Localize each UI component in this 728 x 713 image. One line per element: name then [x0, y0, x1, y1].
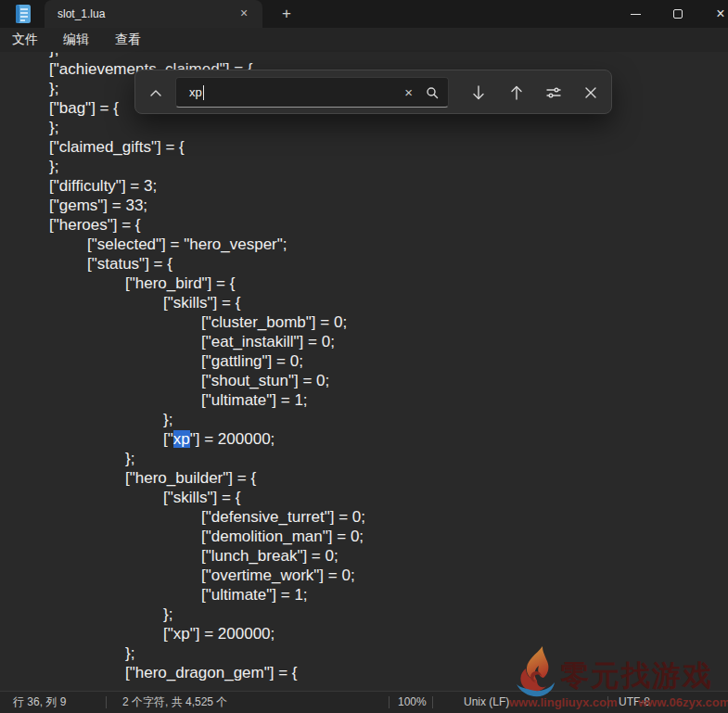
maximize-button[interactable] [657, 0, 699, 28]
code-line: ["cluster_bomb"] = 0; [11, 312, 728, 332]
code-line: ["ultimate"] = 1; [11, 390, 728, 410]
code-line: }; [11, 52, 728, 59]
code-line: }; [11, 157, 728, 176]
text-editor-area[interactable]: }; ["achievements_claimed"] = { }; ["bag… [0, 52, 728, 691]
find-previous-button[interactable] [502, 78, 531, 108]
cursor-position: 行 36, 列 9 [13, 692, 66, 713]
code-line: }; [11, 605, 728, 624]
search-icon[interactable] [426, 86, 439, 99]
encoding: UTF-8 [619, 692, 650, 713]
code-line: ["gattling"] = 0; [11, 351, 728, 371]
expand-replace-button[interactable] [141, 78, 171, 108]
clear-search-icon[interactable]: × [404, 85, 413, 99]
find-query-text: xp [189, 85, 202, 99]
close-window-button[interactable]: × [699, 0, 728, 28]
code-line: ["hero_builder"] = { [11, 468, 728, 488]
close-find-bar-button[interactable] [576, 78, 606, 108]
code-line: ["xp"] = 200000; [11, 624, 728, 643]
tab-title: slot_1.lua [57, 7, 105, 20]
new-tab-button[interactable]: + [275, 4, 298, 24]
menu-edit[interactable]: 编辑 [58, 28, 94, 52]
code-line: ["demolition_man"] = 0; [11, 527, 728, 546]
sliders-icon [546, 86, 561, 99]
code-line: ["eat_instakill"] = 0; [11, 332, 728, 351]
status-divider [432, 696, 433, 708]
tab-close-icon[interactable]: × [235, 5, 253, 23]
maximize-icon [673, 9, 683, 19]
code-line: ["difficulty"] = 3; [11, 176, 728, 196]
status-divider [607, 696, 608, 708]
search-options-button[interactable] [539, 78, 568, 108]
code-line: ["defensive_turret"] = 0; [11, 507, 728, 527]
text-cursor [203, 85, 204, 100]
code-line: ["hero_dragon_gem"] = { [11, 663, 728, 682]
zoom-level: 100% [398, 692, 427, 713]
menu-view[interactable]: 查看 [110, 28, 146, 52]
title-bar: slot_1.lua × + × [0, 0, 728, 28]
arrow-down-icon [472, 85, 485, 100]
search-match-highlight: xp [173, 430, 190, 448]
code-line: ["overtime_work"] = 0; [11, 566, 728, 585]
arrow-up-icon [510, 85, 523, 100]
code-line: ["claimed_gifts"] = { [11, 137, 728, 157]
menu-file[interactable]: 文件 [7, 28, 43, 52]
code-line: }; [11, 449, 728, 468]
code-line: ["status"] = { [11, 254, 728, 274]
status-divider [106, 696, 107, 708]
code-line: ["skills"] = { [11, 488, 728, 507]
code-line: ["gems"] = 33; [11, 196, 728, 215]
status-divider [389, 696, 390, 708]
code-line: ["skills"] = { [11, 293, 728, 312]
tab-slot-1-lua[interactable]: slot_1.lua × [45, 0, 262, 28]
code-line: }; [11, 410, 728, 429]
code-line: }; [11, 643, 728, 663]
code-line: ["xp"] = 200000; [11, 429, 728, 449]
close-icon: × [716, 6, 724, 21]
code-lines: }; ["achievements_claimed"] = { }; ["bag… [0, 52, 728, 682]
code-line: ["ultimate"] = 1; [11, 585, 728, 605]
notepad-app-icon [13, 4, 32, 24]
menu-bar: 文件 编辑 查看 [0, 28, 728, 52]
code-line: ["shout_stun"] = 0; [11, 371, 728, 390]
find-bar: xp × [134, 70, 612, 114]
character-count: 2 个字符, 共 4,525 个 [122, 692, 227, 713]
code-line: ["lunch_break"] = 0; [11, 546, 728, 566]
chevron-up-icon [150, 90, 161, 96]
code-line: }; [11, 118, 728, 137]
find-next-button[interactable] [464, 78, 493, 108]
code-line: ["hero_bird"] = { [11, 274, 728, 293]
find-input[interactable]: xp × [175, 77, 449, 108]
code-line: ["heroes"] = { [11, 215, 728, 235]
close-icon [585, 87, 596, 98]
minimize-icon [631, 14, 641, 15]
minimize-button[interactable] [614, 0, 657, 28]
line-ending-format: Unix (LF) [464, 692, 509, 713]
code-line: ["selected"] = "hero_vesper"; [11, 235, 728, 254]
status-bar: 行 36, 列 9 2 个字符, 共 4,525 个 100% Unix (LF… [0, 691, 728, 713]
